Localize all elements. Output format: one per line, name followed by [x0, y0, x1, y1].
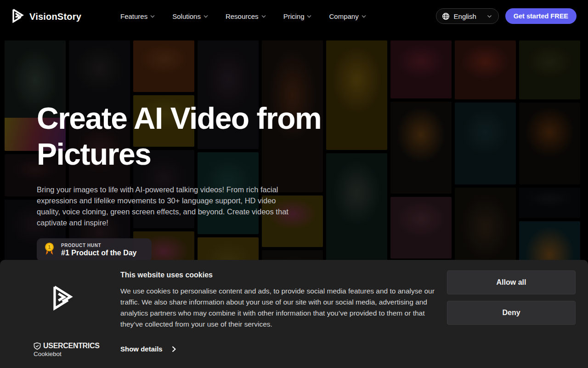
- nav-item-label: Company: [329, 12, 358, 20]
- hero-title: Create AI Video from Pictures: [37, 100, 340, 172]
- medal-number: 1: [48, 244, 51, 249]
- cookie-consent-banner: This website uses cookies We use cookies…: [0, 260, 588, 368]
- vendor-product: Cookiebot: [34, 351, 100, 357]
- cookie-banner-body: We use cookies to personalise content an…: [120, 286, 442, 330]
- visionstory-landing-page: Create AI Video from Pictures Bring your…: [0, 0, 588, 368]
- product-hunt-award: #1 Product of the Day: [61, 249, 136, 257]
- chevron-down-icon: [362, 15, 366, 18]
- nav-item-company[interactable]: Company: [329, 12, 366, 20]
- show-details-label: Show details: [120, 345, 163, 353]
- chevron-down-icon: [204, 15, 208, 18]
- nav-right-cluster: English Get started FREE: [436, 8, 577, 24]
- vendor-name: USERCENTRICS: [43, 342, 100, 350]
- brand-mark-icon-large: [47, 283, 75, 314]
- product-hunt-badge[interactable]: 1 PRODUCT HUNT #1 Product of the Day: [37, 238, 152, 261]
- product-hunt-badge-text: PRODUCT HUNT #1 Product of the Day: [61, 243, 136, 257]
- medal-icon: 1: [43, 242, 56, 258]
- nav-item-label: Solutions: [172, 12, 201, 20]
- usercentrics-branding[interactable]: USERCENTRICS Cookiebot: [34, 342, 100, 357]
- deny-button[interactable]: Deny: [447, 301, 576, 325]
- chevron-down-icon: [307, 15, 311, 18]
- globe-icon: [442, 12, 450, 20]
- nav-item-label: Resources: [226, 12, 259, 20]
- allow-all-button[interactable]: Allow all: [447, 270, 576, 294]
- language-value: English: [454, 12, 476, 20]
- top-navigation: VisionStory Features Solutions Resources…: [0, 0, 588, 32]
- brand-mark-icon: [9, 8, 25, 25]
- product-hunt-kicker: PRODUCT HUNT: [61, 243, 136, 248]
- main-menu: Features Solutions Resources Pricing Com…: [120, 0, 366, 32]
- chevron-down-icon: [261, 15, 266, 18]
- brand-logo[interactable]: VisionStory: [9, 8, 81, 25]
- nav-item-resources[interactable]: Resources: [226, 12, 266, 20]
- nav-item-label: Pricing: [283, 12, 305, 20]
- chevron-down-icon: [487, 15, 492, 18]
- nav-item-features[interactable]: Features: [120, 12, 155, 20]
- cookie-banner-title: This website uses cookies: [120, 271, 213, 279]
- chevron-down-icon: [150, 15, 155, 18]
- nav-item-label: Features: [120, 12, 147, 20]
- nav-item-solutions[interactable]: Solutions: [172, 12, 208, 20]
- chevron-right-icon: [172, 346, 176, 352]
- get-started-button[interactable]: Get started FREE: [505, 8, 577, 24]
- shield-check-icon: [34, 342, 41, 350]
- nav-item-pricing[interactable]: Pricing: [283, 12, 312, 20]
- hero-description: Bring your images to life with AI-powere…: [37, 184, 297, 228]
- show-details-link[interactable]: Show details: [120, 345, 176, 353]
- language-selector[interactable]: English: [436, 8, 499, 24]
- brand-name: VisionStory: [29, 12, 81, 22]
